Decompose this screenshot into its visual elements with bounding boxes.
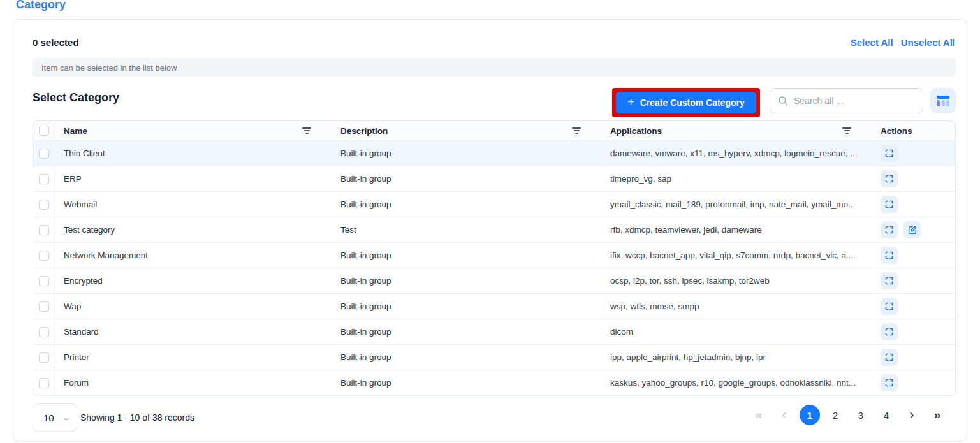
column-header-actions: Actions — [881, 126, 912, 136]
selected-count: 0 selected — [33, 37, 79, 48]
last-page-button[interactable]: » — [927, 405, 947, 425]
expand-button[interactable] — [881, 196, 898, 213]
row-applications: ocsp, i2p, tor, ssh, ipsec, isakmp, tor2… — [601, 268, 872, 293]
row-applications: timepro_vg, sap — [601, 166, 872, 191]
table-row: Encrypted Built-in group ocsp, i2p, tor,… — [33, 268, 955, 293]
search-icon — [778, 96, 788, 106]
expand-button[interactable] — [881, 272, 898, 289]
row-description: Built-in group — [332, 243, 601, 268]
row-applications: rfb, xdmcp, teamviewer, jedi, dameware — [601, 217, 872, 242]
row-name: Thin Client — [55, 141, 332, 166]
row-checkbox[interactable] — [39, 352, 49, 363]
row-description: Built-in group — [332, 166, 601, 191]
page-button-2[interactable]: 2 — [825, 405, 845, 425]
filter-icon[interactable] — [572, 127, 581, 134]
table-header-row: Name Description Applications Actions — [33, 121, 955, 140]
page-button-4[interactable]: 4 — [876, 405, 896, 425]
row-description: Built-in group — [332, 268, 601, 293]
row-applications: ifix, wccp, bacnet_app, vital_qip, s7com… — [601, 243, 872, 268]
row-name: Encrypted — [55, 268, 332, 293]
row-description: Built-in group — [332, 319, 601, 344]
row-name: ERP — [55, 166, 332, 191]
selection-hint: Item can be selected in the list below — [33, 58, 956, 77]
row-checkbox[interactable] — [39, 251, 49, 261]
category-table: Name Description Applications Actions Th… — [33, 120, 956, 396]
expand-button[interactable] — [881, 298, 898, 315]
edit-button[interactable] — [903, 221, 921, 238]
row-description: Built-in group — [332, 294, 601, 319]
expand-button[interactable] — [881, 247, 898, 264]
column-header-name: Name — [64, 126, 87, 136]
row-applications: dicom — [601, 319, 872, 344]
page-button-3[interactable]: 3 — [851, 405, 871, 425]
create-custom-category-label: Create Custom Category — [640, 98, 745, 108]
row-checkbox[interactable] — [39, 276, 49, 286]
unselect-all-link[interactable]: Unselect All — [901, 37, 955, 48]
select-all-link[interactable]: Select All — [851, 37, 893, 48]
row-applications: ipp, apple_airprint, hp_jetadmin, bjnp, … — [601, 345, 872, 370]
row-name: Network Management — [55, 243, 332, 268]
page-button-1[interactable]: 1 — [800, 405, 820, 425]
column-header-description: Description — [340, 126, 388, 136]
row-name: Forum — [55, 370, 332, 395]
table-row: Thin Client Built-in group dameware, vmw… — [33, 140, 955, 166]
columns-icon — [937, 96, 949, 106]
row-checkbox[interactable] — [39, 174, 49, 184]
selection-links: Select All Unselect All — [851, 37, 955, 48]
page-title: Category — [16, 0, 66, 11]
table-row: Network Management Built-in group ifix, … — [33, 242, 955, 268]
row-name: Standard — [55, 319, 332, 344]
row-description: Built-in group — [332, 345, 601, 370]
row-name: Test category — [55, 217, 332, 242]
plus-icon: + — [627, 96, 634, 108]
annotation-highlight-box: + Create Custom Category — [612, 88, 760, 117]
column-header-applications: Applications — [610, 126, 662, 136]
filter-icon[interactable] — [842, 127, 851, 134]
expand-button[interactable] — [881, 170, 898, 187]
row-description: Test — [332, 217, 601, 242]
row-name: Wap — [55, 294, 332, 319]
table-row: Webmail Built-in group ymail_classic, ma… — [33, 191, 955, 217]
row-checkbox[interactable] — [39, 327, 49, 337]
row-applications: ymail_classic, mail_189, protonmail, imp… — [601, 192, 872, 217]
column-settings-button[interactable] — [930, 88, 956, 113]
next-page-button[interactable]: › — [902, 405, 922, 425]
page-size-select[interactable]: 10 ⌄ — [33, 403, 77, 432]
table-row: Standard Built-in group dicom — [33, 319, 955, 344]
row-description: Built-in group — [332, 192, 601, 217]
section-heading: Select Category — [33, 91, 119, 105]
row-description: Built-in group — [332, 141, 601, 166]
category-card: 0 selected Select All Unselect All Item … — [13, 19, 967, 442]
create-custom-category-button[interactable]: + Create Custom Category — [616, 92, 756, 113]
table-row: Printer Built-in group ipp, apple_airpri… — [33, 344, 955, 370]
row-checkbox[interactable] — [39, 378, 49, 388]
row-checkbox[interactable] — [39, 225, 49, 235]
table-row: ERP Built-in group timepro_vg, sap — [33, 166, 955, 191]
search-input[interactable] — [794, 96, 915, 106]
expand-button[interactable] — [881, 145, 898, 162]
pagination: « ‹ 1 2 3 4 › » — [749, 405, 947, 425]
expand-button[interactable] — [881, 221, 898, 238]
row-checkbox[interactable] — [39, 200, 49, 210]
row-applications: wsp, wtls, mmse, smpp — [601, 294, 872, 319]
row-name: Webmail — [55, 192, 332, 217]
page-size-value: 10 — [43, 412, 54, 423]
records-summary: Showing 1 - 10 of 38 records — [80, 412, 194, 423]
filter-icon[interactable] — [302, 127, 311, 134]
search-box[interactable] — [770, 88, 923, 113]
row-name: Printer — [55, 345, 332, 370]
table-row: Forum Built-in group kaskus, yahoo_group… — [33, 370, 955, 395]
row-applications: kaskus, yahoo_groups, r10, google_groups… — [601, 370, 872, 395]
prev-page-button[interactable]: ‹ — [774, 405, 794, 425]
row-description: Built-in group — [332, 370, 601, 395]
expand-button[interactable] — [881, 323, 898, 340]
first-page-button[interactable]: « — [749, 405, 769, 425]
select-all-checkbox[interactable] — [39, 126, 49, 136]
chevron-down-icon: ⌄ — [62, 414, 70, 422]
row-checkbox[interactable] — [39, 301, 49, 312]
row-applications: dameware, vmware, x11, ms_hyperv, xdmcp,… — [601, 141, 872, 166]
page: Category 0 selected Select All Unselect … — [0, 0, 980, 443]
expand-button[interactable] — [881, 374, 898, 391]
expand-button[interactable] — [881, 349, 898, 366]
row-checkbox[interactable] — [39, 149, 49, 159]
